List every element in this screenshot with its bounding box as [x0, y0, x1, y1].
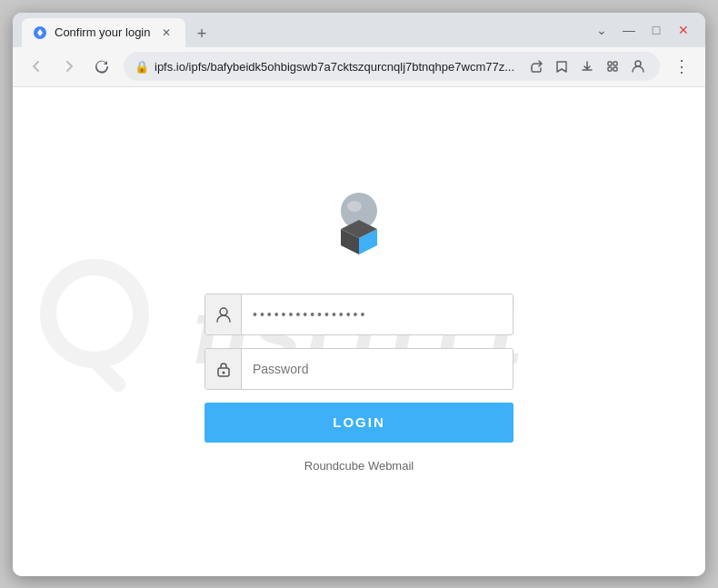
title-bar-controls: ⌄ — □ ✕: [589, 17, 696, 43]
profile-icon[interactable]: [627, 55, 649, 77]
app-logo: [323, 191, 395, 272]
tab-strip: Confirm your login ✕ +: [22, 13, 582, 47]
tab-favicon: [33, 25, 47, 40]
new-tab-button[interactable]: +: [189, 22, 214, 47]
svg-rect-2: [613, 62, 617, 65]
reload-icon: [95, 59, 109, 74]
page-content: fisf1f11: [13, 87, 705, 576]
title-bar: Confirm your login ✕ + ⌄ — □ ✕: [13, 13, 705, 47]
address-bar[interactable]: 🔒 ipfs.io/ipfs/bafybeidk5ohbigswb7a7ckts…: [124, 52, 660, 81]
bookmark-icon[interactable]: [551, 55, 573, 77]
svg-rect-3: [608, 67, 612, 71]
svg-point-11: [220, 308, 227, 315]
lock-field-icon: [205, 349, 242, 389]
minimize-button[interactable]: —: [616, 17, 642, 43]
forward-icon: [63, 60, 75, 73]
login-button[interactable]: LOGIN: [204, 403, 514, 443]
roundcube-logo: [323, 191, 395, 268]
svg-point-5: [635, 61, 641, 66]
chevron-down-icon[interactable]: ⌄: [589, 17, 614, 43]
forward-button[interactable]: [55, 52, 84, 81]
more-menu-button[interactable]: ⋮: [667, 52, 696, 81]
username-input[interactable]: [242, 294, 513, 334]
share-icon[interactable]: [525, 55, 547, 77]
reload-button[interactable]: [87, 52, 116, 81]
back-icon: [30, 60, 43, 73]
lock-icon: 🔒: [135, 60, 149, 74]
watermark-magnifier: [31, 259, 176, 404]
close-button[interactable]: ✕: [671, 17, 696, 43]
svg-rect-1: [608, 62, 612, 65]
username-group: [204, 294, 514, 335]
navigation-bar: 🔒 ipfs.io/ipfs/bafybeidk5ohbigswb7a7ckts…: [13, 47, 705, 87]
back-button[interactable]: [22, 52, 51, 81]
tab-close-button[interactable]: ✕: [158, 25, 175, 41]
more-icon: ⋮: [673, 56, 690, 76]
url-text: ipfs.io/ipfs/bafybeidk5ohbigswb7a7cktszq…: [155, 60, 520, 74]
maximize-button[interactable]: □: [643, 17, 669, 43]
password-input[interactable]: [242, 349, 513, 389]
active-tab[interactable]: Confirm your login ✕: [22, 18, 185, 47]
tab-title: Confirm your login: [55, 25, 151, 39]
address-right-icons: [525, 55, 649, 77]
svg-point-13: [222, 371, 224, 374]
password-group: [204, 348, 514, 390]
download-icon[interactable]: [576, 55, 598, 77]
login-container: LOGIN Roundcube Webmail: [204, 191, 514, 473]
user-icon: [205, 294, 242, 334]
app-footer: Roundcube Webmail: [304, 459, 414, 473]
svg-rect-4: [613, 67, 617, 71]
browser-window: Confirm your login ✕ + ⌄ — □ ✕: [13, 13, 705, 576]
extensions-icon[interactable]: [602, 55, 623, 77]
svg-point-7: [347, 201, 362, 212]
